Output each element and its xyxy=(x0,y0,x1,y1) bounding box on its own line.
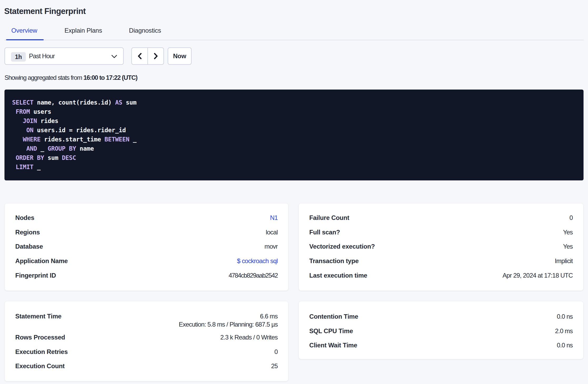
card-row: Fingerprint ID4784cb829aab2542 xyxy=(15,268,278,283)
sql-text: users xyxy=(30,108,51,115)
sql-keyword: WHERE xyxy=(23,136,41,143)
tab-diagnostics[interactable]: Diagnostics xyxy=(129,27,161,34)
card-row: Databasemovr xyxy=(15,239,278,254)
details-card-right: Failure Count0Full scan?YesVectorized ex… xyxy=(298,203,584,291)
sql-statement-box: SELECT name, count(rides.id) AS sum FROM… xyxy=(4,90,584,180)
sql-text xyxy=(12,108,16,115)
time-range-dropdown[interactable]: 1h Past Hour xyxy=(4,47,124,65)
sql-keyword: DESC xyxy=(62,154,76,161)
card-row: Application Name$ cockroach sql xyxy=(15,254,278,268)
row-value-link[interactable]: N1 xyxy=(270,214,278,221)
row-label: Client Wait Time xyxy=(309,342,357,349)
now-button[interactable]: Now xyxy=(168,47,192,65)
time-pager xyxy=(131,47,164,65)
sql-text xyxy=(12,136,23,143)
summary-prefix: Showing aggregated stats from xyxy=(4,74,83,81)
summary-range: 16:00 to 17:22 (UTC) xyxy=(83,74,137,81)
card-row: Vectorized execution?Yes xyxy=(309,239,573,254)
chevron-down-icon xyxy=(111,55,117,59)
row-label: Fingerprint ID xyxy=(15,272,56,279)
time-range-badge: 1h xyxy=(11,52,26,62)
sql-text: _ xyxy=(129,136,136,143)
stats-card-left: Statement Time6.6 msExecution: 5.8 ms / … xyxy=(4,301,288,381)
row-label: Application Name xyxy=(15,257,68,265)
sql-text: _ xyxy=(37,145,48,152)
card-row: Execution Retries0 xyxy=(15,345,278,359)
tab-bar: OverviewExplain PlansDiagnostics xyxy=(0,27,588,35)
tab-overview[interactable]: Overview xyxy=(11,27,37,34)
card-row: Client Wait Time0.0 ns xyxy=(309,338,573,353)
card-row: Regionslocal xyxy=(15,225,278,240)
row-value: Apr 29, 2024 at 17:18 UTC xyxy=(502,272,573,279)
sql-keyword: GROUP BY xyxy=(48,145,76,152)
row-value: local xyxy=(266,229,278,236)
statement-fingerprint-page: Statement Fingerprint OverviewExplain Pl… xyxy=(0,0,588,384)
sql-text xyxy=(12,145,26,152)
row-value-link[interactable]: $ cockroach sql xyxy=(237,257,278,265)
row-value: 0 xyxy=(569,214,573,221)
row-label: Rows Processed xyxy=(15,334,65,341)
prev-time-button[interactable] xyxy=(132,48,147,64)
row-value: movr xyxy=(265,243,278,250)
row-value: 2.3 k Reads / 0 Writes xyxy=(220,334,278,341)
row-label: Failure Count xyxy=(309,214,349,221)
sql-keyword: ON xyxy=(26,127,33,134)
card-row: Failure Count0 xyxy=(309,211,573,225)
row-label: Vectorized execution? xyxy=(309,243,375,250)
page-title: Statement Fingerprint xyxy=(4,7,86,15)
row-label: SQL CPU Time xyxy=(309,327,353,335)
card-row: SQL CPU Time2.0 ms xyxy=(309,324,573,338)
sql-text: sum xyxy=(44,154,62,161)
row-value: Yes xyxy=(563,229,573,236)
card-row: Contention Time0.0 ns xyxy=(309,309,573,324)
sql-keyword: ORDER BY xyxy=(16,154,44,161)
sql-statement: SELECT name, count(rides.id) AS sum FROM… xyxy=(12,98,576,172)
card-row: Full scan?Yes xyxy=(309,225,573,240)
sql-text: sum xyxy=(122,99,136,106)
chevron-left-icon xyxy=(138,53,142,59)
row-value: Implicit xyxy=(555,257,573,265)
row-label: Full scan? xyxy=(309,229,340,236)
sql-text xyxy=(12,127,26,134)
card-row: Statement Time6.6 ms xyxy=(15,312,278,321)
row-label: Execution Count xyxy=(15,362,65,370)
sql-keyword: JOIN xyxy=(23,117,37,124)
sql-keyword: LIMIT xyxy=(16,164,34,170)
row-label: Nodes xyxy=(15,214,34,221)
card-row: NodesN1 xyxy=(15,211,278,225)
sql-text xyxy=(12,154,16,161)
row-label: Execution Retries xyxy=(15,348,68,356)
sql-text: users.id = rides.rider_id xyxy=(33,127,126,134)
row-value: 25 xyxy=(271,362,278,370)
sql-text xyxy=(12,164,16,170)
active-tab-underline xyxy=(6,39,44,40)
tab-bar-rule xyxy=(4,40,584,40)
row-label: Last execution time xyxy=(309,272,367,279)
row-value: Yes xyxy=(563,243,573,250)
row-label: Statement Time xyxy=(15,313,61,320)
row-label: Transaction type xyxy=(309,257,359,265)
sql-text: name, count(rides.id) xyxy=(33,99,115,106)
row-value: 2.0 ms xyxy=(555,327,573,335)
row-value: 6.6 ms xyxy=(260,313,278,320)
sql-text: rides.start_time xyxy=(41,136,104,143)
sql-keyword: BETWEEN xyxy=(104,136,129,143)
card-row: Rows Processed2.3 k Reads / 0 Writes xyxy=(15,330,278,345)
row-value: 4784cb829aab2542 xyxy=(228,272,278,279)
row-label: Contention Time xyxy=(309,313,358,320)
row-label: Regions xyxy=(15,229,40,236)
next-time-button[interactable] xyxy=(147,48,163,64)
tab-explain-plans[interactable]: Explain Plans xyxy=(64,27,102,34)
sql-keyword: FROM xyxy=(16,108,30,115)
sql-text: _ xyxy=(33,164,41,170)
row-value: 0 xyxy=(274,348,278,356)
sql-text: rides xyxy=(37,117,58,124)
now-button-label: Now xyxy=(173,52,186,60)
card-row: Execution Count25 xyxy=(15,359,278,373)
row-label: Database xyxy=(15,243,43,250)
row-subvalue: Execution: 5.8 ms / Planning: 687.5 µs xyxy=(15,320,278,329)
chevron-right-icon xyxy=(154,53,158,59)
aggregated-stats-summary: Showing aggregated stats from 16:00 to 1… xyxy=(4,75,137,81)
sql-text xyxy=(12,117,23,124)
details-card-left: NodesN1RegionslocalDatabasemovrApplicati… xyxy=(4,203,288,291)
